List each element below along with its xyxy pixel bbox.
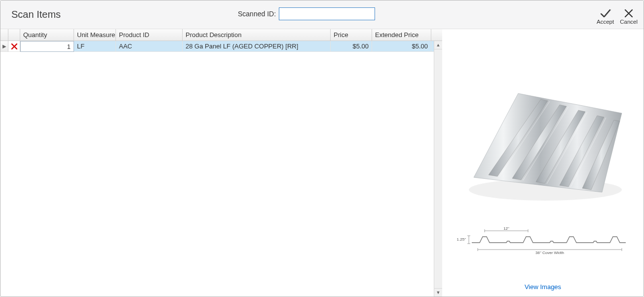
page-title: Scan Items: [11, 9, 61, 20]
grid-header-row: Quantity Unit Measure Product ID Product…: [0, 29, 442, 41]
vertical-scrollbar[interactable]: ▲ ▼: [434, 41, 442, 297]
cell-product-description[interactable]: 28 Ga Panel LF (AGED COPPER) [RR]: [183, 41, 331, 52]
svg-text:12": 12": [503, 227, 509, 231]
product-preview-panel: 12" 1.25" 36" Cover Width View Images: [442, 29, 644, 297]
product-image: [454, 79, 632, 212]
delete-column-header: [8, 29, 20, 41]
header-actions: Accept Cancel: [596, 5, 639, 25]
svg-text:36" Cover Width: 36" Cover Width: [535, 251, 564, 255]
delete-x-icon: [11, 43, 18, 50]
cell-unit-measure[interactable]: LF: [74, 41, 116, 52]
grid-body: ▶ 1 LF AAC 28 Ga Panel LF (AGED COPPER) …: [0, 41, 442, 297]
column-header-extended-price[interactable]: Extended Price: [372, 29, 431, 41]
column-header-price[interactable]: Price: [331, 29, 372, 41]
scanned-id-label: Scanned ID:: [238, 10, 276, 18]
svg-text:1.25": 1.25": [457, 237, 466, 242]
delete-row-button[interactable]: [8, 41, 20, 52]
scan-items-window: Scan Items Scanned ID: Accept Cancel: [0, 0, 644, 297]
cell-quantity[interactable]: 1: [20, 41, 74, 52]
scroll-up-arrow-icon[interactable]: ▲: [434, 41, 442, 49]
cell-price[interactable]: $5.00: [331, 41, 372, 52]
accept-button[interactable]: Accept: [596, 7, 615, 25]
column-header-quantity[interactable]: Quantity: [20, 29, 74, 41]
cancel-button[interactable]: Cancel: [619, 7, 639, 25]
column-header-unit-measure[interactable]: Unit Measure: [74, 29, 116, 41]
scanned-id-input[interactable]: [279, 7, 375, 20]
scroll-down-arrow-icon[interactable]: ▼: [434, 288, 442, 297]
header: Scan Items Scanned ID: Accept Cancel: [0, 0, 644, 29]
column-header-product-description[interactable]: Product Description: [183, 29, 331, 41]
close-icon: [623, 8, 634, 19]
profile-diagram: 12" 1.25" 36" Cover Width: [454, 227, 632, 256]
column-header-filler: [431, 29, 442, 41]
row-indicator-icon: ▶: [0, 41, 8, 52]
view-images-link[interactable]: View Images: [525, 283, 561, 293]
checkmark-icon: [600, 8, 611, 19]
column-header-product-id[interactable]: Product ID: [116, 29, 183, 41]
table-row[interactable]: ▶ 1 LF AAC 28 Ga Panel LF (AGED COPPER) …: [0, 41, 442, 52]
cell-product-id[interactable]: AAC: [116, 41, 183, 52]
body: Quantity Unit Measure Product ID Product…: [0, 29, 644, 297]
scanned-id-field-wrap: Scanned ID:: [238, 7, 375, 20]
items-grid: Quantity Unit Measure Product ID Product…: [0, 29, 442, 297]
cell-extended-price[interactable]: $5.00: [372, 41, 431, 52]
row-indicator-header: [0, 29, 8, 41]
